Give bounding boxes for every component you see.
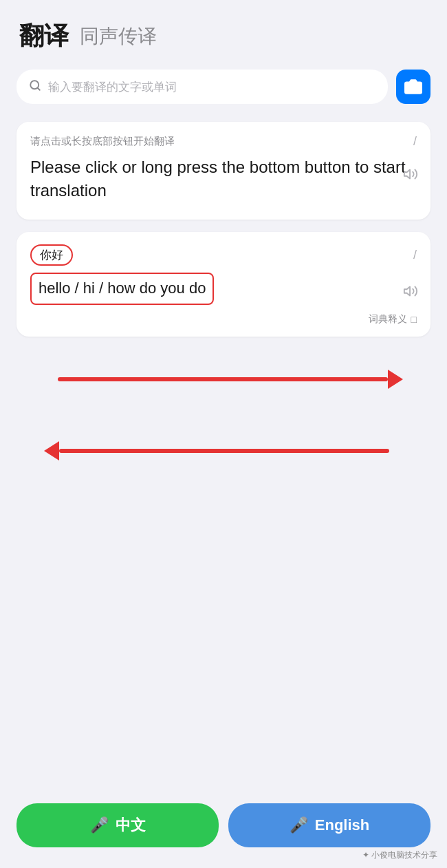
svg-marker-3: [404, 170, 410, 179]
card1-source-text: 请点击或长按底部按钮开始翻译: [30, 135, 175, 148]
english-button-label: English: [315, 816, 369, 834]
card2-edit-icon[interactable]: /: [413, 248, 417, 262]
svg-point-2: [411, 85, 417, 91]
mic-icon-english: 🎤: [290, 816, 308, 834]
watermark: ✦ 小俊电脑技术分享: [362, 849, 437, 861]
app-header: 翻译 同声传译: [0, 0, 447, 64]
search-placeholder: 输入要翻译的文字或单词: [48, 79, 375, 95]
translation-card-1: 请点击或长按底部按钮开始翻译 / Please click or long pr…: [17, 122, 430, 220]
camera-button[interactable]: [396, 70, 430, 104]
title-sub: 同声传译: [80, 23, 157, 50]
left-arrow: [44, 441, 389, 461]
card2-audio-icon[interactable]: [403, 284, 418, 302]
watermark-text: 小俊电脑技术分享: [371, 850, 437, 860]
svg-marker-4: [404, 287, 410, 296]
svg-line-1: [37, 87, 39, 89]
card2-source-row: 你好 /: [30, 244, 417, 266]
chinese-button-label: 中文: [116, 815, 146, 836]
watermark-icon: ✦: [362, 850, 371, 860]
title-main: 翻译: [19, 19, 69, 53]
left-arrow-head: [44, 441, 59, 461]
search-bar[interactable]: 输入要翻译的文字或单词: [17, 70, 388, 104]
card2-result: hello / hi / how do you do: [30, 273, 214, 305]
dict-label: 词典释义: [369, 313, 407, 326]
card1-edit-icon[interactable]: /: [413, 134, 417, 149]
arrows-area: [17, 343, 430, 481]
english-button[interactable]: 🎤 English: [228, 803, 430, 847]
chinese-button[interactable]: 🎤 中文: [17, 803, 219, 847]
right-arrow: [58, 370, 403, 389]
translation-card-2: 你好 / hello / hi / how do you do 词典释义 □: [17, 232, 430, 337]
dict-row: 词典释义 □: [30, 313, 417, 326]
card2-source-text: 你好: [30, 244, 73, 266]
left-arrow-line: [59, 449, 389, 453]
cards-area: 请点击或长按底部按钮开始翻译 / Please click or long pr…: [0, 115, 447, 343]
dict-icon[interactable]: □: [411, 314, 417, 325]
search-bar-wrap: 输入要翻译的文字或单词: [0, 64, 447, 115]
right-arrow-line: [58, 377, 388, 381]
mic-icon-chinese: 🎤: [90, 816, 109, 834]
card1-audio-icon[interactable]: [403, 167, 418, 185]
card1-result: Please click or long press the bottom bu…: [30, 156, 417, 202]
bottom-buttons: 🎤 中文 🎤 English: [17, 803, 430, 847]
search-icon: [29, 79, 41, 95]
card1-source-row: 请点击或长按底部按钮开始翻译 /: [30, 134, 417, 149]
right-arrow-head: [388, 370, 403, 389]
